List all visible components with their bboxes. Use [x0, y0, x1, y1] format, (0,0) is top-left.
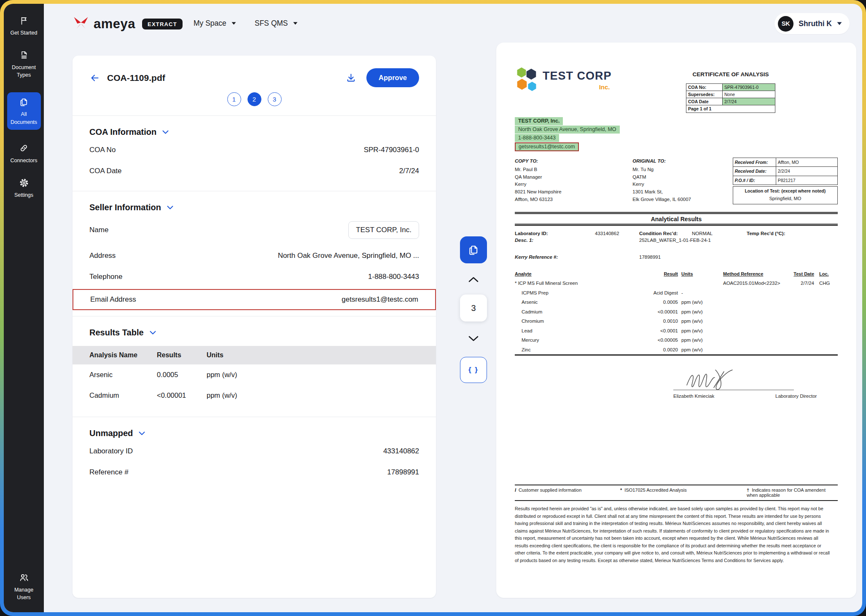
sidebar-item-label: All Documents: [9, 110, 39, 126]
test-corp-logo: TEST CORP Inc.: [515, 66, 612, 113]
analyte-row-highlighted[interactable]: Lead<0.0001ppm (w/v): [515, 325, 838, 335]
page-button-3[interactable]: 3: [268, 92, 282, 106]
analyte-row-highlighted[interactable]: Arsenic0.0005ppm (w/v): [515, 297, 838, 306]
original-to-line: Mr. Tu Ng: [632, 166, 732, 174]
pdf-page: TEST CORP Inc. CERTIFICATE OF ANALYSIS C…: [515, 66, 838, 598]
page-indicator: 3: [460, 295, 487, 321]
analyte-row-highlighted[interactable]: Chromium0.0010ppm (w/v): [515, 316, 838, 325]
field-row-coa-no[interactable]: COA No SPR-47903961-0: [73, 139, 436, 161]
copy-to-heading: COPY TO:: [515, 158, 632, 165]
field-row-name[interactable]: Name TEST CORP, Inc.: [73, 215, 436, 245]
highlighted-text[interactable]: TEST CORP, Inc.: [515, 117, 563, 125]
field-row-telephone[interactable]: Telephone 1-888-800-3443: [73, 266, 436, 287]
analyte-row-highlighted[interactable]: Cadmium<0.00001ppm (w/v): [515, 306, 838, 316]
section-unmapped[interactable]: Unmapped: [73, 417, 436, 441]
sidebar-item-settings[interactable]: Settings: [6, 178, 42, 199]
received-label: Received Date:: [733, 167, 776, 175]
field-label: Name: [89, 226, 108, 234]
logo-company-name: TEST CORP: [543, 70, 612, 83]
back-button[interactable]: [89, 73, 100, 83]
original-to-line: 1301 Mark St,: [632, 188, 732, 196]
sidebar-item-document-types[interactable]: Document Types: [6, 50, 42, 79]
approve-button[interactable]: Approve: [366, 68, 419, 87]
analyte-row-highlighted[interactable]: ICPMS PrepAcid Digest-: [515, 287, 838, 297]
page-button-1[interactable]: 1: [227, 92, 241, 106]
analyte-row-highlighted[interactable]: * ICP MS Full Mineral ScreenAOAC2015.01M…: [515, 278, 838, 287]
coa-meta-table: COA No: SPR-47903961-0 Supersedes: None …: [686, 83, 775, 113]
field-label: Laboratory ID: [89, 447, 133, 455]
field-row-reference[interactable]: Reference # 17898991: [73, 462, 436, 483]
section-seller-information[interactable]: Seller Information: [73, 191, 436, 215]
meta-label: COA No:: [686, 84, 723, 91]
cell-result: 0.0005: [157, 371, 207, 379]
document-icon: [19, 50, 29, 60]
analyte-row-highlighted[interactable]: Mercury<0.00005ppm (w/v): [515, 335, 838, 344]
sidebar-item-get-started[interactable]: Get Started: [6, 16, 42, 37]
document-header: COA-1109.pdf Approve: [73, 56, 436, 87]
highlighted-text-selected[interactable]: getsresults1@testc.com: [515, 142, 579, 151]
copy-to-line: Affton, MO 63123: [515, 196, 632, 204]
copy-extraction-button[interactable]: [460, 236, 487, 263]
avatar: SK: [778, 16, 793, 32]
highlighted-text[interactable]: North Oak Grove Avenue, Springfield, MO: [515, 126, 620, 134]
field-row-address[interactable]: Address North Oak Grove Avenue, Springfi…: [73, 245, 436, 266]
field-row-coa-date[interactable]: COA Date 2/7/24: [73, 161, 436, 182]
field-value: SPR-47903961-0: [364, 146, 419, 154]
analytical-results-table: Analyte Result Units Method Reference Te…: [515, 271, 838, 356]
table-row-arsenic[interactable]: Arsenic 0.0005 ppm (w/v): [73, 364, 436, 385]
original-to-line: QATM: [632, 174, 732, 181]
sidebar-item-connectors[interactable]: Connectors: [6, 143, 42, 164]
meta-value-highlight[interactable]: SPR-47903961-0: [723, 84, 775, 91]
field-row-laboratory-id[interactable]: Laboratory ID 433140862: [73, 441, 436, 462]
original-to-line: Kerry: [632, 181, 732, 188]
highlighted-text[interactable]: 1-888-800-3443: [515, 134, 559, 142]
received-value: 2/2/24: [776, 167, 837, 175]
json-view-button[interactable]: { }: [460, 357, 487, 383]
field-label: Telephone: [89, 273, 122, 281]
scroll-down-button[interactable]: [460, 336, 487, 341]
documents-copy-icon: [19, 97, 29, 107]
documents-copy-icon: [468, 244, 479, 256]
copy-to-line: QA Manager: [515, 174, 632, 181]
field-value: 433140862: [383, 447, 419, 455]
gear-icon: [19, 178, 29, 188]
chevron-down-icon: [139, 431, 145, 435]
page-button-2[interactable]: 2: [247, 92, 261, 106]
footnote-legend: ICustomer supplied information *ISO17025…: [515, 485, 838, 501]
logo-inc: Inc.: [543, 83, 612, 91]
section-results-table[interactable]: Results Table: [73, 316, 436, 340]
section-title: Results Table: [89, 328, 144, 337]
copy-to-line: Mr. Paul B: [515, 166, 632, 174]
sidebar-item-label: Settings: [9, 191, 39, 199]
signature-line: [673, 390, 794, 390]
user-menu[interactable]: SK Shruthi K: [775, 13, 850, 34]
sidebar-item-all-documents[interactable]: All Documents: [7, 92, 41, 129]
flag-icon: [19, 16, 29, 26]
workspace-dropdown[interactable]: My Space: [194, 19, 236, 28]
kerry-reference-line: Kerry Reference #:17898991: [515, 254, 838, 260]
meta-label: Supersedes:: [686, 91, 723, 98]
sidebar: Get Started Document Types All Documents…: [4, 4, 44, 612]
project-dropdown[interactable]: SFS QMS: [255, 19, 298, 28]
scroll-up-button[interactable]: [460, 277, 487, 282]
table-row-cadmium[interactable]: Cadmium <0.00001 ppm (w/v): [73, 385, 436, 406]
column-header: Analysis Name: [89, 351, 157, 359]
brand-logo: ameya EXTRACT: [73, 16, 183, 32]
section-coa-information[interactable]: COA Information: [73, 116, 436, 139]
lab-info-line: Laboratory ID:433140862Condition Rec'd:N…: [515, 231, 838, 236]
desc-line: Desc. 1:252LAB_WATER_1-01-FEB-24-1: [515, 238, 838, 243]
cell-units: ppm (w/v): [207, 391, 419, 399]
field-label: COA No: [89, 146, 116, 154]
field-row-email-selected[interactable]: Email Address getsresults1@testc.com: [73, 289, 436, 310]
field-value-input[interactable]: TEST CORP, Inc.: [348, 221, 419, 239]
meta-value-highlight[interactable]: 2/7/24: [723, 98, 775, 105]
download-button[interactable]: [346, 72, 356, 83]
sidebar-item-manage-users[interactable]: Manage Users: [6, 573, 42, 601]
section-title: COA Information: [89, 127, 156, 137]
received-label: Received From:: [733, 158, 776, 166]
ameya-butterfly-icon: [73, 16, 89, 32]
analyte-row-highlighted[interactable]: Zinc0.0020ppm (w/v): [515, 344, 838, 354]
section-title: Seller Information: [89, 203, 161, 212]
signatory-role: Laboratory Director: [775, 394, 817, 399]
meta-label: Page 1 of 1: [686, 105, 775, 112]
